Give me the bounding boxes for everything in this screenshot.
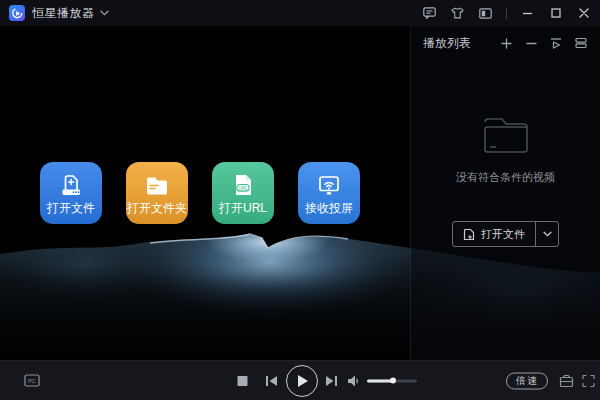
pc-screen-button[interactable]: PC — [24, 374, 40, 388]
mini-mode-icon[interactable] — [478, 6, 493, 21]
stop-button[interactable] — [237, 375, 248, 386]
fullscreen-icon[interactable] — [582, 374, 595, 387]
playlist-panel: 播放列表 — [410, 26, 600, 360]
folder-icon — [126, 170, 188, 200]
cast-screen-icon — [298, 170, 360, 200]
control-bar: PC — [0, 360, 600, 400]
maximize-icon[interactable] — [548, 6, 563, 21]
empty-folder-icon — [477, 110, 535, 158]
app-title[interactable]: 恒星播放器 — [32, 5, 95, 22]
open-file-tile[interactable]: 打开文件 — [40, 162, 102, 224]
speed-button-label: 倍速 — [516, 374, 538, 388]
titlebar-separator — [506, 7, 507, 19]
minimize-icon[interactable] — [520, 6, 535, 21]
list-layout-icon[interactable] — [574, 36, 588, 50]
previous-button[interactable] — [265, 375, 278, 387]
player-window: 恒星播放器 — [0, 0, 600, 400]
volume-handle[interactable] — [390, 378, 396, 384]
feedback-icon[interactable] — [422, 6, 437, 21]
chevron-down-icon[interactable] — [100, 10, 109, 16]
play-order-icon[interactable] — [549, 36, 563, 50]
open-folder-tile-label: 打开文件夹 — [127, 200, 187, 217]
app-logo-icon — [9, 5, 25, 21]
titlebar-controls — [422, 6, 591, 21]
url-badge-text: URL — [238, 186, 248, 191]
file-plus-icon — [40, 170, 102, 200]
playlist-open-file-main[interactable]: 打开文件 — [453, 222, 535, 246]
open-file-dropdown[interactable] — [536, 222, 558, 246]
speed-button[interactable]: 倍速 — [506, 372, 548, 389]
close-icon[interactable] — [576, 6, 591, 21]
open-folder-tile[interactable]: 打开文件夹 — [126, 162, 188, 224]
playlist-toolbar — [499, 36, 588, 50]
playlist-title: 播放列表 — [423, 35, 471, 52]
receive-cast-tile[interactable]: 接收投屏 — [298, 162, 360, 224]
playlist-header: 播放列表 — [411, 26, 600, 60]
volume-fill — [367, 379, 393, 382]
skin-icon[interactable] — [450, 6, 465, 21]
playlist-open-file-button[interactable]: 打开文件 — [452, 221, 559, 247]
playlist-open-file-label: 打开文件 — [481, 227, 525, 242]
playlist-empty-state: 没有符合条件的视频 — [456, 110, 555, 185]
playlist-add-icon[interactable] — [499, 36, 513, 50]
pc-badge-text: PC — [28, 378, 36, 384]
open-file-tile-label: 打开文件 — [47, 200, 95, 217]
receive-cast-tile-label: 接收投屏 — [305, 200, 353, 217]
file-icon — [463, 228, 475, 241]
titlebar: 恒星播放器 — [0, 0, 600, 26]
playlist-remove-icon[interactable] — [524, 36, 538, 50]
quick-open-tiles: 打开文件 打开文件夹 — [40, 162, 360, 224]
volume-slider[interactable] — [367, 379, 417, 382]
open-url-tile[interactable]: URL 打开URL — [212, 162, 274, 224]
chevron-down-icon — [543, 231, 552, 237]
url-doc-icon: URL — [212, 170, 274, 200]
play-button[interactable] — [286, 365, 318, 397]
toolbox-icon[interactable] — [559, 374, 574, 388]
volume-icon[interactable] — [347, 375, 360, 387]
open-url-tile-label: 打开URL — [219, 200, 267, 217]
playlist-empty-text: 没有符合条件的视频 — [456, 170, 555, 185]
next-button[interactable] — [325, 375, 338, 387]
